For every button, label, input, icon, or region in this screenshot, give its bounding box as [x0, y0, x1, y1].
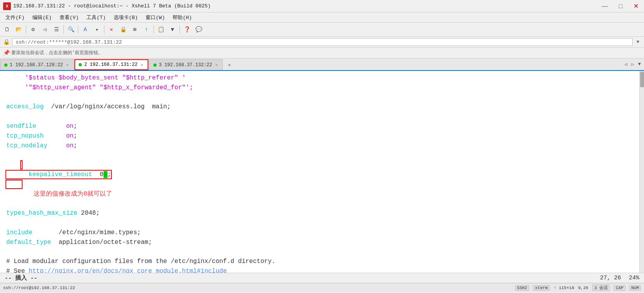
toolbar-separator-4	[104, 25, 104, 34]
window-title: 192.168.37.131:22 - root@localhost:~ - X…	[13, 3, 211, 9]
connbar-right: SSH2 xterm ↑ 115×18 9,26 3 会话 CAP NUM	[515, 284, 641, 291]
address-input[interactable]: ssh://root:******@192.168.37.131:22	[12, 38, 633, 46]
toolbar-separator-1	[26, 25, 26, 34]
terminal-line-3	[6, 93, 638, 102]
terminal-line-12: include /etc/nginx/mime.types;	[6, 228, 638, 238]
connbar: ssh://root@192.168.37.131:22 SSH2 xterm …	[0, 283, 644, 292]
menu-file[interactable]: 文件(F)	[2, 13, 28, 22]
properties-button[interactable]: ⚙	[28, 24, 39, 35]
tab-2-close[interactable]: ✕	[140, 62, 144, 67]
tb-btn-extra[interactable]: ⊞	[129, 24, 140, 35]
tab-1[interactable]: 1 192.168.37.128:22 ✕	[0, 59, 74, 70]
open-button[interactable]: 📂	[13, 24, 24, 35]
terminal-line-15: # Load modular configuration files from …	[6, 257, 638, 267]
terminal-line-1: '$status $body_bytes_sent "$http_referer…	[6, 73, 638, 83]
cursor-pos: 9,26	[578, 286, 588, 290]
caps-badge: CAP	[614, 285, 625, 291]
vim-mode-indicator: -- 插入 --	[5, 274, 37, 282]
address-dropdown-button[interactable]: ▼	[635, 39, 641, 46]
terminal-line-16: # See http://nginx.org/en/docs/ngx_core_…	[6, 267, 638, 273]
color-button[interactable]: A	[80, 24, 91, 35]
addressbar: 🔒 ssh://root:******@192.168.37.131:22 ▼	[0, 37, 644, 48]
mark-button[interactable]: ✦	[91, 24, 102, 35]
maximize-button[interactable]: □	[616, 2, 625, 11]
terminal-line-6: sendfile on;	[6, 122, 638, 131]
app-icon: X	[3, 2, 11, 10]
scrollbar-thumb[interactable]	[640, 72, 644, 87]
cursor-position: 27, 26	[600, 275, 621, 281]
sessionbar-text: 要添加当前会话，点击左侧的'前页面按钮。	[11, 49, 103, 56]
tab-prev-button[interactable]: ◁	[623, 61, 629, 68]
add-tab-button[interactable]: ＋	[223, 60, 235, 70]
terminal-line-11	[6, 218, 638, 228]
tab-3[interactable]: 3 192.168.37.132:22 ✕	[149, 59, 223, 70]
protocol-badge: SSH2	[515, 285, 529, 291]
lock-button[interactable]: 🔒	[118, 24, 128, 35]
menu-help[interactable]: 帮助(H)	[169, 13, 195, 22]
menubar: 文件(F) 编辑(E) 查看(V) 工具(T) 选项卡(B) 窗口(W) 帮助(…	[0, 12, 644, 23]
toolbar-separator-6	[179, 25, 180, 34]
pin-icon: 📌	[3, 49, 10, 56]
menu-tools[interactable]: 工具(T)	[83, 13, 109, 22]
upload-button[interactable]: ↑	[141, 24, 152, 35]
terminal-line-14	[6, 247, 638, 257]
terminal-line-7: tcp_nopush on;	[6, 131, 638, 141]
tabbar: 1 192.168.37.128:22 ✕ 2 192.168.37.131:2…	[0, 58, 644, 71]
tab-menu-button[interactable]: ▼	[637, 61, 642, 68]
menu-view[interactable]: 查看(V)	[56, 13, 83, 22]
titlebar: X 192.168.37.131:22 - root@localhost:~ -…	[0, 0, 644, 12]
tb-btn2[interactable]: ▼	[167, 24, 178, 35]
tab-3-close[interactable]: ✕	[215, 62, 219, 67]
statusbar-right: 27, 26 24%	[600, 275, 639, 281]
file-percent: 24%	[629, 275, 639, 281]
terminal-badge: xterm	[533, 285, 550, 291]
find-button[interactable]: 🔍	[65, 24, 76, 35]
terminal-size: ↑ 115×18	[554, 286, 574, 290]
terminal-line-10: types_hash_max_size 2048;	[6, 208, 638, 218]
close-button[interactable]: ✕	[631, 2, 641, 11]
menu-edit[interactable]: 编辑(E)	[28, 13, 55, 22]
menu-tabs[interactable]: 选项卡(B)	[110, 13, 142, 22]
new-session-button[interactable]: 🗋	[2, 24, 12, 35]
titlebar-left: X 192.168.37.131:22 - root@localhost:~ -…	[3, 2, 211, 10]
disconnect-button[interactable]: ✕	[106, 24, 117, 35]
toolbar-separator-5	[153, 25, 154, 34]
lock-icon: 🔒	[3, 39, 10, 45]
terminal-line-2: '"$http_user_agent" "$http_x_forwarded_f…	[6, 83, 638, 93]
tab-1-dot	[4, 64, 7, 67]
terminal-line-13: default_type application/octet-stream;	[6, 238, 638, 247]
num-badge: NUM	[629, 285, 641, 291]
tab-2-dot	[79, 63, 82, 66]
toolbar: 🗋 📂 ⚙ ◁ ☰ 🔍 A ✦ ✕ 🔒 ⊞ ↑ 📋 ▼ ❓ 💬	[0, 23, 644, 37]
toolbar-separator-2	[63, 25, 64, 34]
menu-window[interactable]: 窗口(W)	[142, 13, 169, 22]
tabbar-nav: ◁ ▷ ▼	[623, 58, 644, 70]
chat-button[interactable]: 💬	[193, 24, 204, 35]
tab-1-close[interactable]: ✕	[65, 62, 70, 67]
terminal-line-5	[6, 112, 638, 122]
connection-address: ssh://root@192.168.37.131:22	[3, 286, 75, 290]
tab-3-dot	[153, 64, 157, 67]
terminal[interactable]: '$status $body_bytes_sent "$http_referer…	[0, 71, 644, 273]
tb-btn3[interactable]: ☰	[51, 24, 62, 35]
dropdown-btn[interactable]: 📋	[155, 24, 166, 35]
help-button[interactable]: ❓	[181, 24, 192, 35]
minimize-button[interactable]: —	[599, 2, 610, 11]
tab-2[interactable]: 2 192.168.37.131:22 ✕	[74, 59, 148, 70]
terminal-line-4: access_log /var/log/nginx/access.log mai…	[6, 102, 638, 112]
cursor	[104, 171, 107, 178]
tab-1-label: 1 192.168.37.128:22	[10, 62, 63, 68]
tab-2-label: 2 192.168.37.131:22	[84, 62, 137, 67]
terminal-line-9: keepalive_timeout 0; 这里的值修改成为0就可以了	[6, 150, 638, 208]
scrollbar[interactable]	[639, 71, 644, 273]
tab-3-label: 3 192.168.37.132:22	[159, 62, 212, 68]
terminal-line-8: tcp_nodelay on;	[6, 141, 638, 151]
statusbar: -- 插入 -- 27, 26 24%	[0, 273, 644, 283]
tab-next-button[interactable]: ▷	[630, 61, 636, 68]
back-button[interactable]: ◁	[39, 24, 50, 35]
sessionbar: 📌 要添加当前会话，点击左侧的'前页面按钮。	[0, 48, 644, 58]
toolbar-separator-3	[78, 25, 78, 34]
inline-annotation: 这里的值修改成为0就可以了	[33, 191, 112, 198]
sessions-badge: 3 会话	[592, 284, 610, 291]
titlebar-controls: — □ ✕	[599, 2, 641, 11]
